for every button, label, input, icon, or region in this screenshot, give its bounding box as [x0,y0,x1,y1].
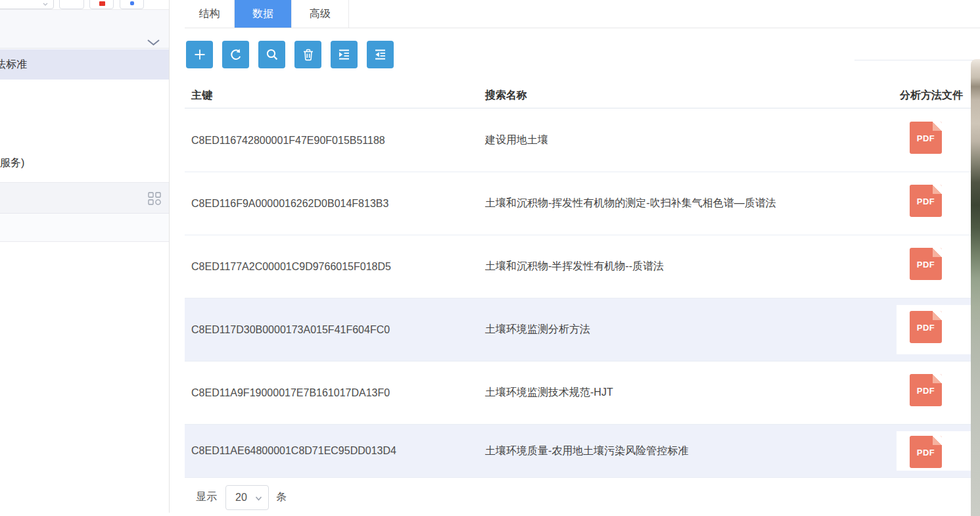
outdent-button[interactable] [367,41,394,68]
red-icon [99,1,105,6]
pdf-label: PDF [917,386,935,396]
tab-label: 数据 [252,7,273,21]
components-grid-icon[interactable] [148,192,161,205]
sidebar-collapse-row[interactable] [0,10,169,49]
tab-advanced[interactable]: 高级 [292,0,349,28]
overlapping-photo-edge [971,59,980,516]
data-toolbar [186,41,394,68]
pdf-file-icon[interactable]: PDF [910,374,942,406]
sidebar: 法标准 服务) [0,0,170,513]
row-key: C8ED116F9A0000016262D0B014F813B3 [191,172,388,235]
trash-icon [301,47,315,62]
row-name: 建设用地土壤 [485,109,548,172]
sidebar-top-button-1[interactable] [59,0,84,9]
search-button[interactable] [258,41,285,68]
delete-button[interactable] [294,41,321,68]
page-fold [933,436,942,445]
pdf-file-icon[interactable]: PDF [910,185,942,217]
plus-icon [193,47,207,62]
add-button[interactable] [186,41,213,68]
table-row[interactable]: C8ED11A9F19000017E7B161017DA13F0 土壤环境监测技… [185,362,971,425]
page-fold [933,248,942,257]
page-fold [933,185,942,194]
row-key: C8ED1177A2C00001C9D9766015F018D5 [191,235,391,298]
table-row[interactable]: C8ED116742800001F47E90F015B51188 建设用地土壤 … [185,109,971,172]
tab-structure[interactable]: 结构 [185,0,235,28]
page-size-select[interactable]: 20 [225,485,269,510]
row-key: C8ED11AE64800001C8D71EC95DD013D4 [191,425,396,477]
chevron-down-icon[interactable] [147,39,160,46]
page-fold [933,374,942,383]
tab-label: 结构 [199,7,220,21]
row-key: C8ED11A9F19000017E7B161017DA13F0 [191,362,390,424]
column-header-name[interactable]: 搜索名称 [485,89,527,103]
sidebar-item-label: 法标准 [0,58,27,72]
page-size-unit-label: 条 [276,490,287,504]
table-row[interactable]: C8ED1177A2C00001C9D9766015F018D5 土壤和沉积物-… [185,235,971,298]
pdf-label: PDF [917,260,935,270]
sidebar-top-button-blue[interactable] [120,0,144,9]
row-name: 土壤环境监测分析方法 [485,298,590,361]
tab-label: 高级 [310,7,331,21]
sidebar-item-selected[interactable]: 法标准 [0,49,169,80]
sidebar-group-row[interactable] [0,182,169,214]
row-key: C8ED116742800001F47E90F015B51188 [191,109,385,172]
pdf-file-icon[interactable]: PDF [910,122,942,154]
row-name: 土壤和沉积物-半挥发性有机物--质谱法 [485,235,664,298]
pagination-bar: 显示 20 条 [185,478,971,516]
table-row[interactable]: C8ED116F9A0000016262D0B014F813B3 土壤和沉积物-… [185,172,971,235]
search-icon [265,47,279,62]
indent-right-icon [337,47,352,62]
app-root: 法标准 服务) 结构 数据 高级 [0,0,980,516]
page-fold [933,311,942,320]
pdf-label: PDF [917,448,935,457]
page-size-prefix-label: 显示 [196,490,217,504]
tab-bar: 结构 数据 高级 [185,0,349,28]
table-row[interactable]: C8ED11AE64800001C8D71EC95DD013D4 土壤环境质量-… [185,425,971,478]
indent-button[interactable] [331,41,358,68]
row-key: C8ED117D30B0000173A015F41F604FC0 [191,298,390,361]
column-header-key[interactable]: 主键 [191,89,212,103]
pdf-label: PDF [917,323,935,333]
sidebar-top-input[interactable] [0,0,54,9]
pdf-label: PDF [917,197,935,206]
row-name: 土壤环境监测技术规范-HJT [485,362,613,424]
page-fold [933,122,942,131]
indent-left-icon [373,47,388,62]
table-row[interactable]: C8ED117D30B0000173A015F41F604FC0 土壤环境监测分… [185,298,971,362]
tab-data[interactable]: 数据 [235,0,292,28]
sidebar-top-button-red[interactable] [89,0,114,9]
refresh-button[interactable] [222,41,249,68]
pdf-file-icon[interactable]: PDF [910,311,942,343]
table-header: 主键 搜索名称 分析方法文件 [185,80,971,108]
column-header-file[interactable]: 分析方法文件 [900,89,963,103]
input-caret-icon [43,3,48,6]
blue-icon [130,1,134,5]
pdf-file-icon[interactable]: PDF [910,248,942,280]
page-size-value: 20 [235,492,247,504]
pdf-label: PDF [917,133,935,143]
tab-underline [185,28,980,28]
refresh-icon [229,47,243,62]
panel-edge-line [854,60,980,60]
sidebar-service-label: 服务) [0,156,24,170]
table-body: C8ED116742800001F47E90F015B51188 建设用地土壤 … [185,109,971,478]
row-name: 土壤和沉积物-挥发性有机物的测定-吹扫补集气相色谱—质谱法 [485,172,776,235]
sidebar-empty-row [0,214,169,242]
row-name: 土壤环境质量-农用地土壤污染风险管控标准 [485,425,688,477]
chevron-down-icon [255,496,262,501]
pdf-file-icon[interactable]: PDF [910,436,942,468]
